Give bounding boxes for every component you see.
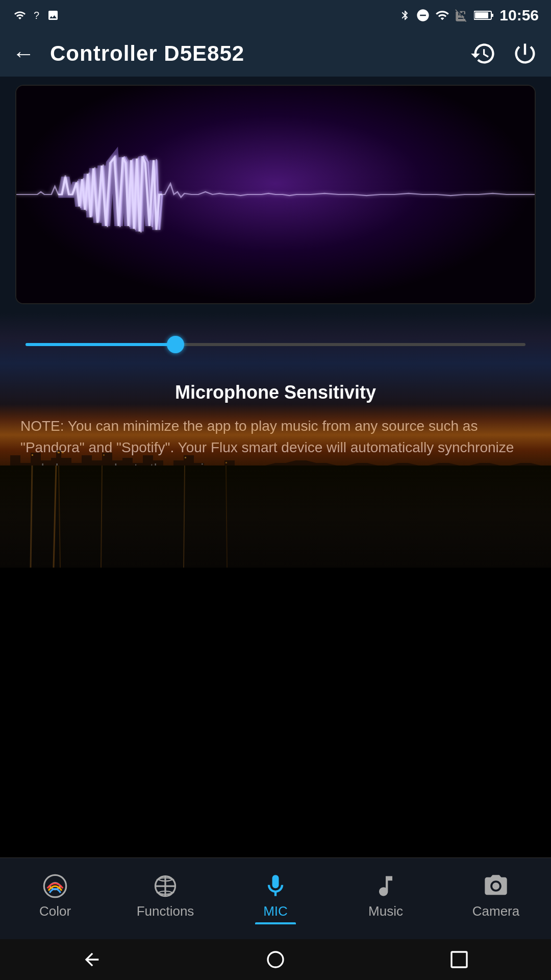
power-icon: [512, 40, 538, 67]
status-bar-left: ?: [12, 9, 61, 21]
nav-back-icon: [82, 949, 102, 970]
tab-color[interactable]: Color: [0, 873, 110, 924]
svg-rect-6: [103, 454, 105, 456]
svg-rect-4: [62, 452, 64, 453]
sunset-section: Microphone Sensitivity NOTE: You can min…: [0, 312, 551, 568]
nav-icons: [469, 40, 539, 67]
svg-line-12: [101, 465, 102, 568]
svg-rect-7: [185, 457, 186, 458]
mic-tab-label: MIC: [263, 903, 288, 919]
svg-rect-5: [32, 454, 33, 456]
status-time: 10:56: [499, 7, 539, 24]
waveform-svg: [16, 86, 535, 303]
svg-line-11: [31, 465, 32, 568]
svg-rect-3: [58, 452, 60, 453]
dnd-icon: [416, 8, 430, 22]
nav-back-button[interactable]: [77, 944, 107, 975]
svg-line-13: [184, 465, 185, 568]
slider-track: [26, 343, 525, 346]
color-tab-icon: [42, 873, 68, 899]
camera-tab-label: Camera: [472, 903, 519, 919]
svg-point-18: [492, 883, 499, 890]
svg-line-14: [226, 465, 227, 568]
water-area: [0, 465, 551, 568]
tab-active-indicator: [255, 922, 296, 924]
water-lights: [0, 465, 551, 568]
tab-functions[interactable]: Functions: [110, 873, 220, 924]
functions-tab-label: Functions: [137, 903, 194, 919]
wifi-icon: [12, 9, 28, 21]
power-button[interactable]: [511, 40, 539, 67]
nav-recent-button[interactable]: [444, 944, 474, 975]
tab-music[interactable]: Music: [331, 873, 441, 924]
svg-rect-8: [226, 462, 227, 463]
top-nav: ← Controller D5E852: [0, 31, 551, 77]
svg-rect-20: [452, 952, 467, 967]
nav-home-icon: [265, 949, 286, 970]
page-title: Controller D5E852: [50, 41, 459, 66]
waveform-container: [0, 77, 551, 312]
battery-icon: [474, 8, 494, 22]
svg-point-19: [268, 952, 283, 967]
status-bar-right: 10:56: [399, 7, 539, 24]
history-button[interactable]: [469, 40, 497, 67]
svg-line-10: [59, 465, 60, 568]
slider-section: [0, 312, 551, 361]
history-icon: [470, 40, 496, 67]
status-bar: ? 10:56: [0, 0, 551, 31]
nav-recent-icon: [449, 949, 469, 970]
back-button[interactable]: ←: [12, 41, 35, 66]
gallery-icon: [45, 9, 61, 21]
functions-tab-icon: [152, 873, 179, 899]
sensitivity-label: Microphone Sensitivity: [0, 382, 551, 403]
waveform-display: [15, 85, 536, 304]
color-tab-label: Color: [39, 903, 71, 919]
tab-camera[interactable]: Camera: [441, 873, 551, 924]
music-tab-icon: [372, 873, 399, 899]
mic-tab-icon: [262, 873, 289, 899]
signal-question: ?: [34, 10, 39, 21]
svg-line-9: [54, 465, 56, 568]
svg-rect-2: [475, 12, 488, 18]
bottom-tab-bar: Color Functions MIC: [0, 857, 551, 939]
camera-tab-icon: [483, 873, 509, 899]
nav-home-button[interactable]: [260, 944, 291, 975]
music-tab-label: Music: [368, 903, 403, 919]
bluetooth-icon: [399, 8, 411, 22]
tab-mic[interactable]: MIC: [220, 873, 331, 924]
android-nav-bar: [0, 939, 551, 980]
signal-icon: [435, 8, 449, 22]
sim2-icon: [455, 8, 469, 22]
svg-rect-1: [491, 14, 493, 17]
